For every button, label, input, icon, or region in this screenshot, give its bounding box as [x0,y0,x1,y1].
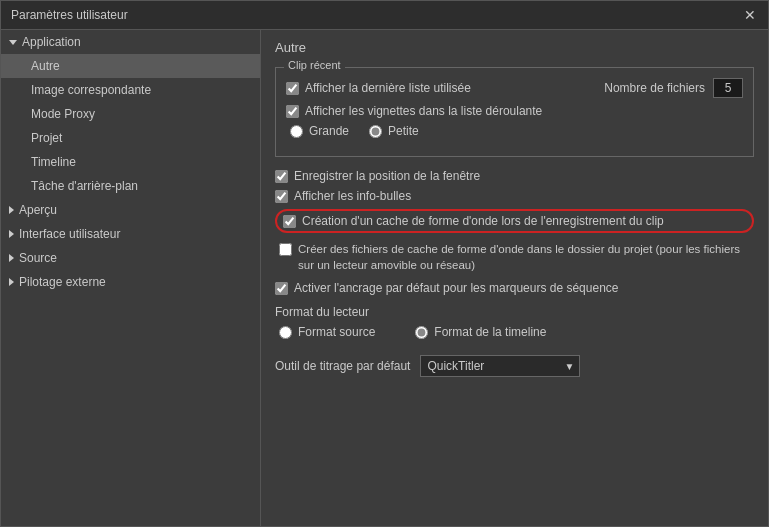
sidebar-item-source[interactable]: Source [1,246,260,270]
sidebar-item-label: Projet [31,131,62,145]
size-radio-group: Grande Petite [290,124,743,142]
radio-format-timeline-label: Format de la timeline [434,325,546,339]
chevron-right-icon [9,230,14,238]
format-label: Format du lecteur [275,305,754,319]
check-waveform-cache[interactable] [283,215,296,228]
check-position-row: Enregistrer la position de la fenêtre [275,169,754,183]
sidebar-item-apercu[interactable]: Aperçu [1,198,260,222]
radio-petite-label: Petite [388,124,419,138]
titrage-select-wrapper: QuickTitler Titler Pro ▼ [420,355,580,377]
format-radio-group: Format source Format de la timeline [279,325,754,343]
section-title: Autre [275,40,754,57]
check-position-label: Enregistrer la position de la fenêtre [294,169,480,183]
radio-format-timeline-input[interactable] [415,326,428,339]
check-infobulles-row: Afficher les info-bulles [275,189,754,203]
main-content: Autre Clip récent Afficher la dernière l… [261,30,768,526]
file-count-input[interactable] [713,78,743,98]
sidebar: Application Autre Image correspondante M… [1,30,261,526]
chevron-down-icon [9,40,17,45]
radio-format-source-label: Format source [298,325,375,339]
sidebar-item-projet[interactable]: Projet [1,126,260,150]
sidebar-item-pilotage-externe[interactable]: Pilotage externe [1,270,260,294]
sidebar-item-tache-arriere-plan[interactable]: Tâche d'arrière-plan [1,174,260,198]
indent-dossier-row: Créer des fichiers de cache de forme d'o… [275,241,754,273]
sidebar-item-label: Source [19,251,57,265]
sidebar-item-label: Pilotage externe [19,275,106,289]
sidebar-item-label: Autre [31,59,60,73]
sidebar-item-label: Timeline [31,155,76,169]
dialog-body: Application Autre Image correspondante M… [1,30,768,526]
radio-format-source[interactable]: Format source [279,325,375,339]
radio-grande[interactable]: Grande [290,124,349,138]
check-ancrage-row: Activer l'ancrage par défaut pour les ma… [275,281,754,295]
sidebar-item-label: Mode Proxy [31,107,95,121]
sidebar-item-timeline[interactable]: Timeline [1,150,260,174]
radio-grande-input[interactable] [290,125,303,138]
titrage-row: Outil de titrage par défaut QuickTitler … [275,355,754,377]
radio-petite-input[interactable] [369,125,382,138]
check-ancrage-label: Activer l'ancrage par défaut pour les ma… [294,281,618,295]
title-bar: Paramètres utilisateur ✕ [1,1,768,30]
chevron-right-icon [9,254,14,262]
dialog-title: Paramètres utilisateur [11,8,128,22]
highlighted-waveform-row: Création d'un cache de forme d'onde lors… [275,209,754,233]
dialog: Paramètres utilisateur ✕ Application Aut… [0,0,769,527]
check2-label: Afficher les vignettes dans la liste dér… [305,104,542,118]
radio-petite[interactable]: Petite [369,124,419,138]
check-ancrage[interactable] [275,282,288,295]
sidebar-item-label: Aperçu [19,203,57,217]
check-infobulles[interactable] [275,190,288,203]
sidebar-item-label: Image correspondante [31,83,151,97]
radio-format-source-input[interactable] [279,326,292,339]
chevron-right-icon [9,206,14,214]
sidebar-item-label: Interface utilisateur [19,227,120,241]
file-count-label: Nombre de fichiers [604,81,705,95]
titrage-label: Outil de titrage par défaut [275,359,410,373]
sidebar-item-mode-proxy[interactable]: Mode Proxy [1,102,260,126]
chevron-right-icon [9,278,14,286]
close-button[interactable]: ✕ [742,7,758,23]
sidebar-item-label: Tâche d'arrière-plan [31,179,138,193]
radio-format-timeline[interactable]: Format de la timeline [415,325,546,339]
radio-grande-label: Grande [309,124,349,138]
check-infobulles-label: Afficher les info-bulles [294,189,411,203]
check-derniere-liste[interactable] [286,82,299,95]
check-dossier-projet[interactable] [279,243,292,256]
sidebar-item-autre[interactable]: Autre [1,54,260,78]
format-section: Format du lecteur Format source Format d… [275,305,754,343]
check-vignettes[interactable] [286,105,299,118]
clip-recent-group: Clip récent Afficher la dernière liste u… [275,67,754,157]
sidebar-item-interface-utilisateur[interactable]: Interface utilisateur [1,222,260,246]
check-position[interactable] [275,170,288,183]
check1-row: Afficher la dernière liste utilisée Nomb… [286,78,743,98]
sidebar-item-application[interactable]: Application [1,30,260,54]
check-dossier-label: Créer des fichiers de cache de forme d'o… [298,241,754,273]
group-title: Clip récent [284,59,345,71]
sidebar-item-label: Application [22,35,81,49]
titrage-select[interactable]: QuickTitler Titler Pro [420,355,580,377]
sidebar-item-image-correspondante[interactable]: Image correspondante [1,78,260,102]
check-waveform-label: Création d'un cache de forme d'onde lors… [302,214,664,228]
check1-label: Afficher la dernière liste utilisée [305,81,471,95]
